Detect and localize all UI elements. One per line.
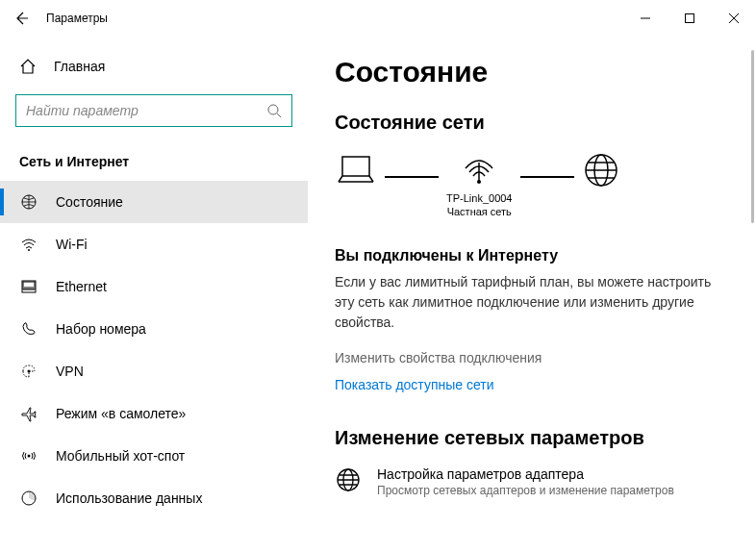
sidebar-item-vpn[interactable]: VPN <box>0 350 308 392</box>
home-icon <box>19 58 37 75</box>
sidebar-item-ethernet[interactable]: Ethernet <box>0 265 308 308</box>
adapter-settings-row[interactable]: Настройка параметров адаптера Просмотр с… <box>335 466 729 497</box>
wifi-icon <box>19 236 38 253</box>
svg-point-10 <box>477 180 481 184</box>
window-title: Параметры <box>42 12 623 25</box>
connection-line <box>520 176 574 178</box>
adapter-subtitle: Просмотр сетевых адаптеров и изменение п… <box>377 484 674 497</box>
status-icon <box>19 193 38 211</box>
sidebar-item-label: Состояние <box>56 194 123 210</box>
sidebar-item-wifi[interactable]: Wi-Fi <box>0 223 308 265</box>
connection-line <box>385 176 439 178</box>
svg-rect-0 <box>686 14 694 23</box>
adapter-icon <box>335 466 362 493</box>
hotspot-icon <box>19 447 38 465</box>
sidebar-item-label: Использование данных <box>56 490 202 506</box>
section-title-change: Изменение сетевых параметров <box>335 427 729 449</box>
device-node <box>335 153 377 218</box>
sidebar-item-airplane[interactable]: Режим «в самолете» <box>0 392 308 435</box>
close-icon <box>729 13 739 23</box>
sidebar-item-label: Мобильный хот-спот <box>56 448 185 464</box>
section-header: Сеть и Интернет <box>0 146 308 181</box>
dialup-icon <box>19 320 38 338</box>
sidebar-item-status[interactable]: Состояние <box>0 181 308 223</box>
globe-icon <box>582 151 620 189</box>
connected-heading: Вы подключены к Интернету <box>335 247 729 264</box>
sidebar-item-label: Ethernet <box>56 279 107 294</box>
minimize-button[interactable] <box>623 3 668 34</box>
titlebar: Параметры <box>0 0 756 37</box>
router-node: TP-Link_0004 Частная сеть <box>446 153 513 219</box>
sidebar-item-label: Набор номера <box>56 321 146 337</box>
maximize-button[interactable] <box>668 3 712 34</box>
vpn-icon <box>19 363 38 380</box>
sidebar-item-label: Режим «в самолете» <box>56 406 186 421</box>
close-button[interactable] <box>712 3 756 34</box>
internet-node <box>582 151 620 220</box>
home-button[interactable]: Главная <box>0 48 308 85</box>
network-diagram: TP-Link_0004 Частная сеть <box>335 151 729 220</box>
ethernet-icon <box>19 278 38 295</box>
network-name: TP-Link_0004 <box>446 191 513 205</box>
search-input[interactable] <box>15 94 292 127</box>
svg-point-6 <box>28 370 31 373</box>
link-connection-props[interactable]: Изменить свойства подключения <box>335 350 729 365</box>
connected-description: Если у вас лимитный тарифный план, вы мо… <box>335 272 729 333</box>
svg-point-1 <box>268 105 278 114</box>
link-show-networks[interactable]: Показать доступные сети <box>335 377 729 392</box>
svg-point-7 <box>28 455 31 458</box>
page-title: Состояние <box>335 56 729 88</box>
laptop-icon <box>335 153 377 188</box>
search-icon <box>266 103 282 118</box>
search-field[interactable] <box>26 103 266 118</box>
airplane-icon <box>19 405 38 422</box>
sidebar-item-hotspot[interactable]: Мобильный хот-спот <box>0 435 308 477</box>
wifi-signal-icon <box>460 153 498 188</box>
sidebar: Главная Сеть и Интернет Состояние Wi-Fi <box>0 37 308 553</box>
minimize-icon <box>641 13 650 23</box>
svg-rect-9 <box>342 157 369 176</box>
adapter-title: Настройка параметров адаптера <box>377 466 674 482</box>
scrollbar[interactable] <box>751 50 754 223</box>
svg-point-3 <box>28 249 30 251</box>
section-title-status: Состояние сети <box>335 112 729 134</box>
home-label: Главная <box>54 59 105 74</box>
back-button[interactable] <box>0 0 42 37</box>
network-type: Частная сеть <box>446 205 513 218</box>
datausage-icon <box>19 490 38 507</box>
sidebar-item-label: VPN <box>56 364 84 379</box>
arrow-left-icon <box>13 11 29 26</box>
sidebar-item-dialup[interactable]: Набор номера <box>0 308 308 350</box>
main-panel: Состояние Состояние сети <box>308 37 756 553</box>
maximize-icon <box>685 13 694 23</box>
sidebar-item-datausage[interactable]: Использование данных <box>0 477 308 519</box>
sidebar-item-label: Wi-Fi <box>56 237 88 252</box>
window-controls <box>623 3 756 34</box>
